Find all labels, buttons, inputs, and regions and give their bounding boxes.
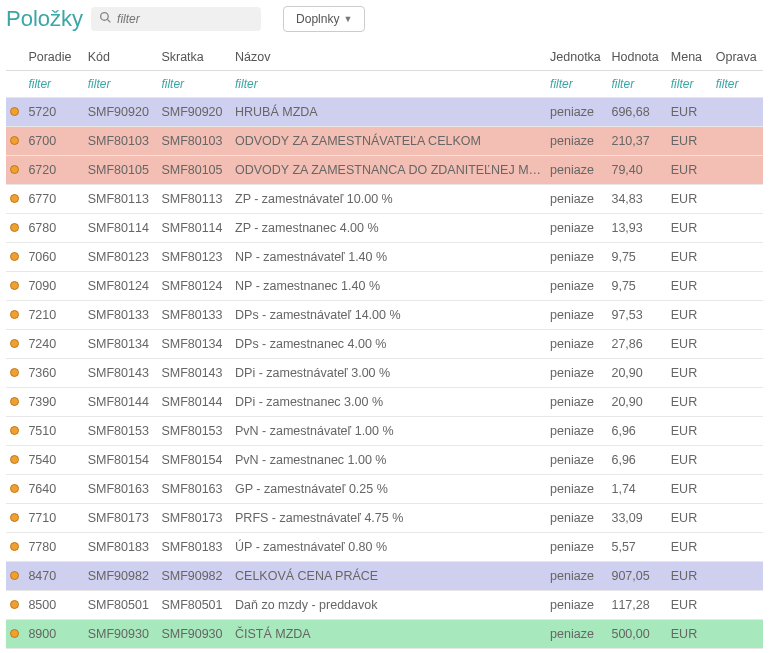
cell-poradie: 7710: [24, 504, 83, 533]
addons-button[interactable]: Doplnky ▼: [283, 6, 365, 32]
cell-kod: SMF80124: [84, 272, 158, 301]
cell-nazov: ČISTÁ MZDA: [231, 620, 546, 649]
cell-mena: EUR: [667, 533, 712, 562]
table-row[interactable]: 8470SMF90982SMF90982CELKOVÁ CENA PRÁCEpe…: [6, 562, 763, 591]
cell-hodnota: 9,75: [607, 272, 666, 301]
status-cell: [6, 388, 24, 417]
status-cell: [6, 127, 24, 156]
table-row[interactable]: 5720SMF90920SMF90920HRUBÁ MZDApeniaze696…: [6, 98, 763, 127]
cell-nazov: NP - zamestnanec 1.40 %: [231, 272, 546, 301]
col-header-kod[interactable]: Kód: [84, 44, 158, 71]
table-row[interactable]: 7780SMF80183SMF80183ÚP - zamestnávateľ 0…: [6, 533, 763, 562]
table-row[interactable]: 7090SMF80124SMF80124NP - zamestnanec 1.4…: [6, 272, 763, 301]
cell-kod: SMF80103: [84, 127, 158, 156]
status-cell: [6, 98, 24, 127]
cell-oprava: [712, 475, 763, 504]
filter-oprava[interactable]: filter: [712, 71, 763, 98]
table-row[interactable]: 6770SMF80113SMF80113ZP - zamestnávateľ 1…: [6, 185, 763, 214]
caret-down-icon: ▼: [343, 14, 352, 24]
cell-mena: EUR: [667, 446, 712, 475]
cell-oprava: [712, 446, 763, 475]
cell-kod: SMF80163: [84, 475, 158, 504]
table-row[interactable]: 7240SMF80134SMF80134DPs - zamestnanec 4.…: [6, 330, 763, 359]
cell-jednotka: peniaze: [546, 446, 607, 475]
cell-jednotka: peniaze: [546, 185, 607, 214]
cell-hodnota: 20,90: [607, 388, 666, 417]
cell-poradie: 7510: [24, 417, 83, 446]
cell-jednotka: peniaze: [546, 156, 607, 185]
cell-poradie: 7780: [24, 533, 83, 562]
table-row[interactable]: 7510SMF80153SMF80153PvN - zamestnávateľ …: [6, 417, 763, 446]
cell-skratka: SMF80123: [157, 243, 231, 272]
cell-hodnota: 5,57: [607, 533, 666, 562]
cell-oprava: [712, 243, 763, 272]
cell-jednotka: peniaze: [546, 475, 607, 504]
status-dot-icon: [10, 600, 19, 609]
cell-hodnota: 79,40: [607, 156, 666, 185]
filter-nazov[interactable]: filter: [231, 71, 546, 98]
table-row[interactable]: 7710SMF80173SMF80173PRFS - zamestnávateľ…: [6, 504, 763, 533]
table-row[interactable]: 6720SMF80105SMF80105ODVODY ZA ZAMESTNANC…: [6, 156, 763, 185]
cell-mena: EUR: [667, 214, 712, 243]
cell-mena: EUR: [667, 504, 712, 533]
cell-oprava: [712, 504, 763, 533]
filter-mena[interactable]: filter: [667, 71, 712, 98]
search-input[interactable]: [117, 12, 253, 26]
cell-oprava: [712, 388, 763, 417]
cell-jednotka: peniaze: [546, 620, 607, 649]
cell-mena: EUR: [667, 301, 712, 330]
cell-nazov: NP - zamestnávateľ 1.40 %: [231, 243, 546, 272]
col-header-jednotka[interactable]: Jednotka: [546, 44, 607, 71]
cell-poradie: 7540: [24, 446, 83, 475]
col-header-mena[interactable]: Mena: [667, 44, 712, 71]
cell-nazov: ZP - zamestnanec 4.00 %: [231, 214, 546, 243]
filter-poradie[interactable]: filter: [24, 71, 83, 98]
cell-nazov: DPi - zamestnávateľ 3.00 %: [231, 359, 546, 388]
col-header-hodnota[interactable]: Hodnota: [607, 44, 666, 71]
table-row[interactable]: 7390SMF80144SMF80144DPi - zamestnanec 3.…: [6, 388, 763, 417]
col-header-oprava[interactable]: Oprava: [712, 44, 763, 71]
table-row[interactable]: 7210SMF80133SMF80133DPs - zamestnávateľ …: [6, 301, 763, 330]
svg-line-1: [107, 19, 110, 22]
filter-jednotka[interactable]: filter: [546, 71, 607, 98]
cell-jednotka: peniaze: [546, 98, 607, 127]
cell-poradie: 7360: [24, 359, 83, 388]
status-dot-icon: [10, 397, 19, 406]
items-table: Poradie Kód Skratka Názov Jednotka Hodno…: [6, 44, 763, 649]
cell-skratka: SMF80105: [157, 156, 231, 185]
filter-kod[interactable]: filter: [84, 71, 158, 98]
status-dot-icon: [10, 542, 19, 551]
cell-nazov: ZP - zamestnávateľ 10.00 %: [231, 185, 546, 214]
table-row[interactable]: 7060SMF80123SMF80123NP - zamestnávateľ 1…: [6, 243, 763, 272]
cell-mena: EUR: [667, 562, 712, 591]
cell-poradie: 6770: [24, 185, 83, 214]
cell-nazov: CELKOVÁ CENA PRÁCE: [231, 562, 546, 591]
cell-kod: SMF80134: [84, 330, 158, 359]
status-cell: [6, 243, 24, 272]
table-row[interactable]: 7640SMF80163SMF80163GP - zamestnávateľ 0…: [6, 475, 763, 504]
status-dot-icon: [10, 571, 19, 580]
status-cell: [6, 446, 24, 475]
filter-skratka[interactable]: filter: [157, 71, 231, 98]
col-header-poradie[interactable]: Poradie: [24, 44, 83, 71]
cell-hodnota: 97,53: [607, 301, 666, 330]
cell-kod: SMF80123: [84, 243, 158, 272]
cell-poradie: 8900: [24, 620, 83, 649]
filter-box[interactable]: [91, 7, 261, 31]
table-row[interactable]: 7360SMF80143SMF80143DPi - zamestnávateľ …: [6, 359, 763, 388]
status-dot-icon: [10, 368, 19, 377]
filter-hodnota[interactable]: filter: [607, 71, 666, 98]
table-row[interactable]: 8500SMF80501SMF80501Daň zo mzdy - predda…: [6, 591, 763, 620]
status-cell: [6, 562, 24, 591]
cell-oprava: [712, 127, 763, 156]
table-row[interactable]: 6780SMF80114SMF80114ZP - zamestnanec 4.0…: [6, 214, 763, 243]
cell-poradie: 5720: [24, 98, 83, 127]
table-row[interactable]: 6700SMF80103SMF80103ODVODY ZA ZAMESTNÁVA…: [6, 127, 763, 156]
cell-hodnota: 210,37: [607, 127, 666, 156]
cell-kod: SMF80133: [84, 301, 158, 330]
table-row[interactable]: 8900SMF90930SMF90930ČISTÁ MZDApeniaze500…: [6, 620, 763, 649]
cell-kod: SMF80183: [84, 533, 158, 562]
col-header-nazov[interactable]: Názov: [231, 44, 546, 71]
table-row[interactable]: 7540SMF80154SMF80154PvN - zamestnanec 1.…: [6, 446, 763, 475]
col-header-skratka[interactable]: Skratka: [157, 44, 231, 71]
